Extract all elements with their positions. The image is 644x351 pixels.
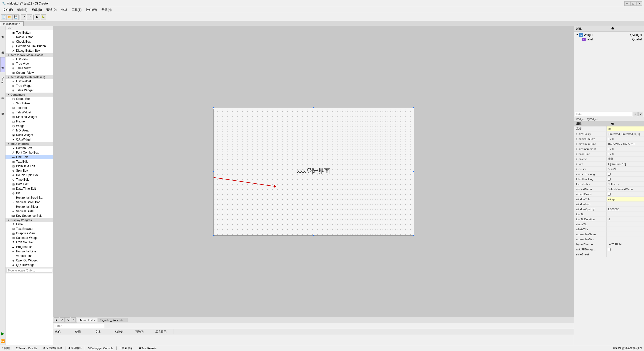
- widget-item-stacked-widget[interactable]: ▥ Stacked Widget: [6, 115, 53, 119]
- handle-bl[interactable]: [213, 235, 214, 236]
- widget-item-date-edit[interactable]: ◫ Date Edit: [6, 182, 53, 186]
- menu-item-f[interactable]: 文件(F): [1, 7, 15, 13]
- widget-item-vert-scroll[interactable]: ↕ Vertical Scroll Bar: [6, 200, 53, 204]
- widget-item-vert-line[interactable]: │ Vertical Line: [6, 254, 53, 258]
- widget-item-group-box[interactable]: ▢ Group Box: [6, 97, 53, 101]
- widget-item-datetime-edit[interactable]: ◫ Date/Time Edit: [6, 186, 53, 191]
- prop-checkbox[interactable]: [608, 193, 611, 196]
- menu-item-w[interactable]: 控件(W): [84, 7, 99, 13]
- menu-item-[interactable]: 分析: [59, 7, 69, 13]
- category-display-widgets[interactable]: ▼ Display Widgets: [6, 218, 53, 222]
- canvas-wrapper[interactable]: xxx登陆界面: [53, 26, 574, 317]
- handle-tl[interactable]: [213, 107, 214, 109]
- category-input-widgets[interactable]: ▼ Input Widgets: [6, 142, 53, 146]
- prop-row-cursor[interactable]: cursor ↖ 箭头: [574, 167, 644, 172]
- prop-row-minsize[interactable]: minimumSize 0 x 0: [574, 136, 644, 142]
- menu-item-h[interactable]: 帮助(H): [100, 7, 114, 13]
- widget-item-combo-box[interactable]: ▾ Combo Box: [6, 146, 53, 150]
- prop-row-acceptdrops[interactable]: acceptDrops: [574, 192, 644, 197]
- file-tab-widget-ui[interactable]: ◈ widget.ui* ✕: [0, 21, 24, 26]
- action-filter-input[interactable]: [54, 324, 104, 328]
- obj-tree-widget[interactable]: ▼ W Widget QWidget: [575, 33, 643, 37]
- status-item-summary[interactable]: 6 概要信息: [120, 346, 133, 350]
- status-item-compile[interactable]: 4 编译输出: [68, 346, 82, 350]
- status-item-output[interactable]: 3 应用程序输出: [43, 346, 62, 350]
- prop-row-tooltipduration[interactable]: toolTipDuration -1: [574, 217, 644, 222]
- prop-row-mousetracking[interactable]: mouseTracking: [574, 172, 644, 177]
- toolbar-undo[interactable]: ↩: [21, 14, 26, 20]
- handle-tc[interactable]: [313, 107, 314, 109]
- widget-item-list-widget[interactable]: ≡ List Widget: [6, 79, 53, 84]
- sidebar-item-edit[interactable]: 编辑: [0, 42, 5, 57]
- menu-item-e[interactable]: 编辑(E): [15, 7, 29, 13]
- sidebar-item-design[interactable]: 设计: [0, 57, 5, 72]
- obj-tree-label[interactable]: L label QLabel: [580, 37, 643, 42]
- widget-item-radio-button[interactable]: ○ Radio Button: [6, 35, 53, 39]
- widget-item-qaxwidget[interactable]: ✦ QAxWidget: [6, 137, 53, 142]
- tab-signals-slots[interactable]: Signals _Slots Edi...: [98, 318, 128, 322]
- widget-item-text-edit[interactable]: ▤ Text Edit: [6, 159, 53, 164]
- handle-bc[interactable]: [313, 235, 314, 236]
- widget-item-frame[interactable]: ▢ Frame: [6, 119, 53, 124]
- prop-row-palette[interactable]: palette 继承: [574, 157, 644, 162]
- widget-item-label[interactable]: A Label: [6, 222, 53, 227]
- action-add-btn[interactable]: ▶: [54, 317, 59, 322]
- prop-row-contextmenu[interactable]: contextMenu... DefaultContextMenu: [574, 187, 644, 192]
- category-item-widgets[interactable]: ▼ Item Widgets (Item-Based): [6, 75, 53, 79]
- widget-item-list-view[interactable]: ≡ List View: [6, 57, 53, 61]
- widget-item-tree-widget[interactable]: ⊞ Tree Widget: [6, 84, 53, 88]
- widget-item-tool-box[interactable]: ▤ Tool Box: [6, 106, 53, 110]
- prop-row-windowopacity[interactable]: windowOpacity 1.000000: [574, 207, 644, 212]
- prop-checkbox[interactable]: [608, 248, 611, 251]
- prop-row-font[interactable]: font A [SimSun, 19]: [574, 162, 644, 167]
- widget-item-scroll-area[interactable]: ↕ Scroll Area: [6, 101, 53, 106]
- status-item-debugger[interactable]: 5 Debugger Console: [88, 347, 113, 350]
- widget-item-vert-slider[interactable]: ⊸ Vertical Slider: [6, 209, 53, 214]
- prop-row-windowtitle[interactable]: windowTitle Widget: [574, 197, 644, 202]
- action-remove-btn[interactable]: ✕: [60, 317, 65, 322]
- widget-item-horiz-slider[interactable]: ⊸ Horizontal Slider: [6, 204, 53, 209]
- widget-search-input[interactable]: [7, 268, 52, 273]
- handle-mr[interactable]: [413, 171, 414, 172]
- widget-item-horiz-scroll[interactable]: ↔ Horizontal Scroll Bar: [6, 195, 53, 200]
- widget-item-tree-view[interactable]: ⊞ Tree View: [6, 61, 53, 66]
- widget-item-horiz-line[interactable]: ─ Horizontal Line: [6, 249, 53, 254]
- props-remove-btn[interactable]: ✕: [638, 112, 643, 116]
- action-edit-btn[interactable]: ✎: [65, 317, 70, 322]
- prop-row-basesize[interactable]: baseSize 0 x 0: [574, 152, 644, 157]
- prop-checkbox[interactable]: [608, 173, 611, 176]
- widget-item-command-link[interactable]: ▷ Command Link Button: [6, 44, 53, 48]
- toolbar-redo[interactable]: ↪: [27, 14, 32, 20]
- status-item-tests[interactable]: 8 Test Results: [139, 347, 156, 350]
- prop-row-focuspolicy[interactable]: focusPolicy NoFocus: [574, 182, 644, 187]
- widget-item-mdi-area[interactable]: ⧉ MDI Area: [6, 128, 53, 133]
- minimize-button[interactable]: ─: [624, 1, 630, 6]
- sidebar-item-welcome[interactable]: 欢迎: [0, 27, 5, 42]
- widget-item-graphics-view[interactable]: ◧ Graphics View: [6, 231, 53, 236]
- prop-row-autofill[interactable]: autoFillBackgr...: [574, 247, 644, 252]
- handle-br[interactable]: [413, 235, 414, 236]
- widget-item-table-widget[interactable]: ⊟ Table Widget: [6, 88, 53, 93]
- prop-row-sizepolicy[interactable]: sizePolicy [Preferred, Preferred, 0, 0]: [574, 131, 644, 136]
- widget-item-widget[interactable]: ▢ Widget: [6, 124, 53, 128]
- prop-row-accessibledesc[interactable]: accessibleDes...: [574, 237, 644, 242]
- sidebar-item-help[interactable]: 帮助: [0, 103, 5, 118]
- action-nav-btn[interactable]: ↗: [71, 317, 76, 322]
- tab-action-editor[interactable]: Action Editor: [77, 318, 98, 322]
- category-item-views[interactable]: ▼ Item Views (Model-Based): [6, 53, 53, 57]
- toolbar-new[interactable]: 📄: [1, 14, 7, 20]
- widget-item-dock-widget[interactable]: ▣ Dock Widget: [6, 133, 53, 137]
- design-canvas[interactable]: xxx登陆界面: [213, 108, 414, 236]
- handle-ml[interactable]: [213, 171, 214, 172]
- prop-row-layoutdir[interactable]: layoutDirection LeftToRight: [574, 242, 644, 247]
- widget-item-column-view[interactable]: ▦ Column View: [6, 71, 53, 75]
- sidebar-item-debug[interactable]: Debug: [0, 73, 5, 88]
- widget-item-table-view[interactable]: ⊟ Table View: [6, 66, 53, 71]
- maximize-button[interactable]: □: [630, 1, 636, 6]
- prop-row-maxsize[interactable]: maximumSize 16777215 x 16777215: [574, 142, 644, 147]
- prop-row-sizeinc[interactable]: sizeIncrement 0 x 0: [574, 147, 644, 152]
- widget-item-dial[interactable]: ◎ Dial: [6, 191, 53, 195]
- category-containers[interactable]: ▼ Containers: [6, 93, 53, 97]
- title-bar-controls[interactable]: ─ □ ✕: [624, 1, 642, 6]
- menu-item-b[interactable]: 构建(B): [30, 7, 44, 13]
